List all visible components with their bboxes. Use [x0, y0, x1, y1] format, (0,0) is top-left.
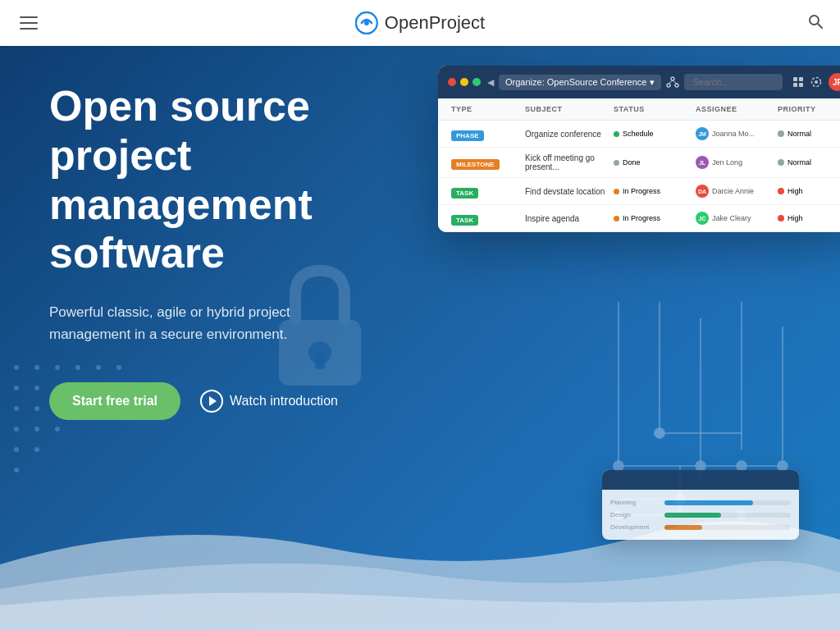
progress-bar-wrap: [664, 525, 791, 530]
hamburger-line: [20, 22, 38, 24]
grid-icon: [792, 76, 804, 88]
svg-point-11: [14, 365, 19, 370]
search-icon: [807, 13, 824, 30]
dropdown-arrow: ▾: [650, 77, 655, 88]
type-badge: PHASE: [451, 130, 484, 141]
table-row[interactable]: TASK Find devstate location In Progress …: [438, 178, 840, 205]
row-subject: Inspire agenda: [525, 214, 614, 223]
label: Development: [610, 523, 660, 531]
app-search-input[interactable]: [684, 74, 783, 90]
svg-rect-58: [799, 83, 803, 87]
svg-point-17: [14, 386, 19, 390]
svg-point-30: [34, 447, 39, 452]
app-topbar: ◀ Organize: OpenSource Conference ▾ JP: [438, 66, 840, 98]
row-subject: Organize conference: [525, 130, 614, 139]
hamburger-line: [20, 28, 38, 30]
hero-section: Open source project management software …: [0, 0, 840, 630]
priority-dot: [778, 188, 784, 194]
col-type: TYPE: [451, 105, 525, 113]
priority-text: High: [788, 214, 803, 222]
secondary-row: Design: [610, 509, 791, 521]
secondary-row: Development: [610, 521, 791, 533]
svg-point-1: [364, 21, 369, 25]
status-text: In Progress: [623, 214, 660, 222]
label: Design: [610, 511, 660, 518]
secondary-content: Planning Design Development: [602, 490, 799, 540]
assignee: JL Jen Long: [696, 156, 778, 169]
svg-point-41: [655, 428, 664, 438]
svg-rect-57: [793, 83, 797, 87]
hero-content: Open source project management software …: [49, 82, 443, 420]
col-status: STATUS: [614, 105, 696, 113]
status-dot: [614, 216, 619, 221]
svg-point-50: [671, 77, 674, 80]
menu-button[interactable]: [16, 13, 41, 33]
project-name-text: Organize: OpenSource Conference: [505, 77, 646, 87]
app-nav: ◀ Organize: OpenSource Conference ▾ JP: [487, 73, 840, 91]
status-text: Done: [623, 158, 641, 167]
maximize-dot: [472, 78, 481, 86]
secondary-topbar: [602, 470, 799, 490]
svg-point-28: [55, 427, 60, 431]
nav-arrow: ◀: [487, 77, 494, 88]
svg-line-54: [673, 80, 677, 84]
svg-line-53: [669, 80, 673, 84]
play-icon: [200, 390, 223, 413]
row-subject: Kick off meeting go present...: [525, 153, 614, 171]
minimize-dot: [460, 78, 468, 86]
hero-buttons: Start free trial Watch introduction: [49, 382, 443, 420]
svg-line-3: [818, 24, 822, 28]
app-icons: JP: [792, 73, 840, 91]
avatar: JL: [696, 156, 709, 169]
row-subject: Find devstate location: [525, 187, 614, 196]
settings-icon: [810, 76, 822, 88]
avatar: JM: [696, 127, 709, 140]
share-icon: [666, 75, 679, 89]
progress-bar: [664, 525, 702, 530]
hero-title: Open source project management software: [49, 82, 443, 278]
close-dot: [448, 78, 456, 86]
status-dot: [614, 160, 619, 166]
progress-bar: [664, 513, 721, 518]
project-name[interactable]: Organize: OpenSource Conference ▾: [499, 75, 661, 90]
svg-point-22: [14, 406, 19, 411]
table-row[interactable]: MILESTONE Kick off meeting go present...…: [438, 148, 840, 178]
start-trial-button[interactable]: Start free trial: [49, 382, 180, 420]
watch-intro-button[interactable]: Watch introduction: [200, 390, 338, 413]
priority-text: High: [788, 187, 803, 195]
status-text: In Progress: [623, 187, 660, 195]
logo[interactable]: OpenProject: [355, 11, 485, 34]
hero-subtitle: Powerful classic, agile or hybrid projec…: [49, 301, 345, 345]
header: OpenProject: [0, 0, 840, 46]
table-row[interactable]: TASK Inspire agenda In Progress JC Jake …: [438, 205, 840, 232]
status-badge: In Progress: [614, 187, 696, 195]
svg-point-23: [34, 406, 39, 411]
type-badge: TASK: [451, 188, 478, 199]
table-row[interactable]: PHASE Organize conference Schedule JM Jo…: [438, 121, 840, 148]
search-button[interactable]: [807, 13, 824, 34]
type-badge: TASK: [451, 215, 478, 226]
window-controls: [448, 78, 481, 86]
avatar: JC: [696, 212, 709, 225]
priority: Normal: [778, 130, 840, 138]
progress-bar-wrap: [664, 513, 791, 518]
priority-dot: [778, 159, 784, 166]
assignee: JM Joanna Mo...: [696, 127, 778, 140]
priority: High: [778, 187, 840, 195]
avatar: DA: [696, 185, 709, 198]
table-header: TYPE SUBJECT STATUS ASSIGNEE PRIORITY: [438, 98, 840, 121]
svg-point-59: [815, 80, 818, 84]
play-triangle: [209, 396, 217, 406]
priority-dot: [778, 215, 784, 221]
svg-point-51: [667, 84, 670, 87]
priority-dot: [778, 130, 784, 137]
progress-bar-wrap: [664, 500, 791, 505]
assignee: JC Jake Cleary: [696, 212, 778, 225]
svg-rect-56: [799, 77, 803, 81]
col-assignee: ASSIGNEE: [696, 105, 778, 113]
col-priority: PRIORITY: [778, 105, 840, 113]
secondary-screenshot: Planning Design Development: [602, 470, 799, 540]
logo-text: OpenProject: [385, 12, 485, 34]
status-dot: [614, 131, 619, 137]
svg-point-27: [34, 427, 39, 431]
